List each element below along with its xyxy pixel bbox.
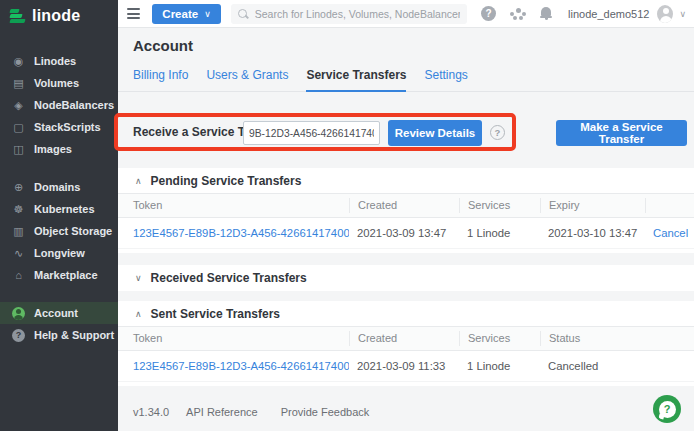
- footer: v1.34.0 API Reference Provide Feedback: [133, 406, 369, 418]
- column-header-expiry: Expiry: [540, 198, 645, 213]
- longview-icon: ∿: [12, 248, 25, 259]
- column-header-token: Token: [118, 331, 349, 346]
- column-header-created: Created: [349, 198, 459, 213]
- column-header-actions: [645, 198, 694, 213]
- sidebar-item-label: Volumes: [34, 77, 79, 89]
- page-title: Account: [133, 37, 193, 54]
- help-question-icon: ?: [12, 329, 25, 342]
- caret-down-icon: ∨: [135, 273, 142, 283]
- sidebar: linode ◉ Linodes ▤ Volumes ◈ NodeBalance…: [0, 0, 118, 431]
- sent-table-row: 123E4567-E89B-12D3-A456-426614174001 202…: [118, 351, 694, 382]
- sidebar-item-label: Object Storage: [34, 225, 112, 237]
- sent-created-cell: 2021-03-09 11:33: [349, 360, 459, 372]
- received-transfers-section: ∨ Received Service Transfers: [118, 265, 694, 291]
- main-content: Account Billing Info Users & Grants Serv…: [118, 28, 694, 431]
- provide-feedback-link[interactable]: Provide Feedback: [281, 406, 370, 418]
- review-details-button[interactable]: Review Details: [388, 120, 482, 146]
- sent-table-header: Token Created Services Status: [118, 326, 694, 351]
- global-search[interactable]: [231, 4, 467, 24]
- sidebar-item-marketplace[interactable]: ⌂ Marketplace: [0, 264, 118, 286]
- sidebar-item-label: Longview: [34, 247, 85, 259]
- column-header-created: Created: [349, 331, 459, 346]
- pending-table-header: Token Created Services Expiry: [118, 193, 694, 218]
- linodes-icon: ◉: [12, 56, 25, 67]
- column-header-status: Status: [540, 331, 694, 346]
- tab-users-grants[interactable]: Users & Grants: [206, 68, 288, 91]
- chat-question-icon: ?: [659, 401, 676, 418]
- sidebar-item-label: NodeBalancers: [34, 99, 114, 111]
- pending-section-toggle[interactable]: ∧ Pending Service Transfers: [118, 168, 694, 193]
- sent-status-cell: Cancelled: [540, 360, 694, 372]
- sidebar-item-account[interactable]: Account: [0, 302, 118, 324]
- column-header-token: Token: [118, 198, 349, 213]
- sidebar-item-longview[interactable]: ∿ Longview: [0, 242, 118, 264]
- sent-services-cell: 1 Linode: [459, 360, 540, 372]
- notifications-bell-icon[interactable]: [540, 7, 552, 20]
- column-header-services: Services: [459, 198, 540, 213]
- sidebar-item-label: Help & Support: [34, 329, 114, 341]
- api-reference-link[interactable]: API Reference: [186, 406, 258, 418]
- pending-created-cell: 2021-03-09 13:47: [349, 227, 459, 239]
- tab-service-transfers[interactable]: Service Transfers: [306, 68, 406, 92]
- sidebar-item-label: Domains: [34, 181, 80, 193]
- sidebar-item-images[interactable]: ◫ Images: [0, 138, 118, 160]
- pending-transfers-section: ∧ Pending Service Transfers Token Create…: [118, 168, 694, 253]
- chat-help-button[interactable]: ?: [653, 395, 681, 423]
- create-button[interactable]: Create ∨: [152, 4, 220, 24]
- sidebar-item-domains[interactable]: ⊕ Domains: [0, 176, 118, 198]
- create-button-label: Create: [162, 8, 198, 20]
- sent-token-link[interactable]: 123E4567-E89B-12D3-A456-426614174001: [133, 360, 349, 372]
- sidebar-item-label: Linodes: [34, 55, 76, 67]
- object-storage-icon: ▥: [12, 226, 25, 237]
- sidebar-item-help-support[interactable]: ? Help & Support: [0, 324, 118, 346]
- app-version[interactable]: v1.34.0: [133, 406, 169, 418]
- pending-services-cell: 1 Linode: [459, 227, 540, 239]
- images-icon: ◫: [12, 144, 25, 155]
- sent-section-toggle[interactable]: ∧ Sent Service Transfers: [118, 301, 694, 326]
- caret-up-icon: ∧: [135, 176, 142, 186]
- received-section-toggle[interactable]: ∨ Received Service Transfers: [118, 265, 694, 291]
- linode-logo-text: linode: [32, 7, 80, 25]
- domains-icon: ⊕: [12, 182, 25, 193]
- section-title: Sent Service Transfers: [151, 307, 280, 321]
- sidebar-item-label: Images: [34, 143, 72, 155]
- nodebalancers-icon: ◈: [12, 100, 25, 111]
- sidebar-item-object-storage[interactable]: ▥ Object Storage: [0, 220, 118, 242]
- transfer-token-input[interactable]: [243, 121, 380, 145]
- linode-logo[interactable]: linode: [0, 0, 118, 32]
- tab-settings[interactable]: Settings: [424, 68, 467, 91]
- column-header-services: Services: [459, 331, 540, 346]
- account-person-icon: [12, 307, 25, 320]
- user-avatar[interactable]: [657, 5, 673, 23]
- topbar-help-icon[interactable]: ?: [481, 6, 496, 21]
- sidebar-item-stackscripts[interactable]: ▢ StackScripts: [0, 116, 118, 138]
- username[interactable]: linode_demo512: [568, 8, 649, 20]
- caret-up-icon: ∧: [135, 309, 142, 319]
- make-service-transfer-button[interactable]: Make a Service Transfer: [556, 120, 687, 146]
- hamburger-menu-icon[interactable]: [127, 8, 140, 19]
- section-title: Pending Service Transfers: [151, 174, 302, 188]
- section-title: Received Service Transfers: [151, 271, 307, 285]
- community-icon[interactable]: [510, 8, 526, 20]
- volumes-icon: ▤: [12, 78, 25, 89]
- user-menu-chevron-icon[interactable]: ∨: [679, 9, 686, 19]
- search-icon: [238, 9, 248, 19]
- sidebar-item-nodebalancers[interactable]: ◈ NodeBalancers: [0, 94, 118, 116]
- sidebar-item-kubernetes[interactable]: ☸ Kubernetes: [0, 198, 118, 220]
- cancel-transfer-link[interactable]: Cancel: [653, 227, 688, 239]
- sidebar-item-label: Account: [34, 307, 78, 319]
- sidebar-item-linodes[interactable]: ◉ Linodes: [0, 50, 118, 72]
- sidebar-item-label: Kubernetes: [34, 203, 95, 215]
- linode-cloud-manager: linode ◉ Linodes ▤ Volumes ◈ NodeBalance…: [0, 0, 694, 431]
- topbar: Create ∨ ? linode_demo512 ∨: [118, 0, 694, 28]
- marketplace-icon: ⌂: [12, 270, 25, 281]
- transfer-help-icon[interactable]: ?: [490, 125, 505, 140]
- search-input[interactable]: [255, 8, 460, 20]
- pending-token-link[interactable]: 123E4567-E89B-12D3-A456-426614174000: [133, 227, 349, 239]
- pending-table-row: 123E4567-E89B-12D3-A456-426614174000 202…: [118, 218, 694, 249]
- pending-expiry-cell: 2021-03-10 13:47: [540, 227, 645, 239]
- tab-billing-info[interactable]: Billing Info: [133, 68, 188, 91]
- chevron-down-icon: ∨: [204, 9, 211, 19]
- account-tabs: Billing Info Users & Grants Service Tran…: [118, 61, 694, 92]
- sidebar-item-volumes[interactable]: ▤ Volumes: [0, 72, 118, 94]
